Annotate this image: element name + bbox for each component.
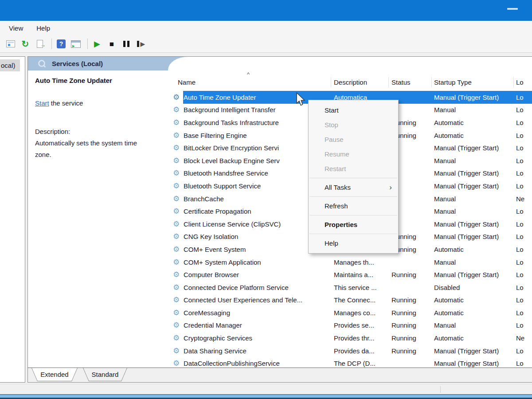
startup-type-cell: Manual <box>432 154 514 167</box>
menu-help[interactable]: Help <box>36 24 50 32</box>
log-on-as-cell: Lo <box>514 129 532 142</box>
column-header-description[interactable]: Description <box>331 77 389 88</box>
service-gear-icon: ⚙ <box>168 205 183 218</box>
log-on-as-cell: Ne <box>514 332 532 344</box>
context-menu-item-restart: Restart <box>309 161 398 176</box>
log-on-as-cell: Ne <box>514 192 532 205</box>
table-row[interactable]: ⚙Credential ManagerProvides se...Running… <box>168 319 532 332</box>
column-header-log-on-as[interactable]: Lo <box>514 77 532 88</box>
start-service-icon[interactable]: ▶ <box>91 38 103 50</box>
service-gear-icon: ⚙ <box>168 91 183 104</box>
service-action: Start the service <box>35 99 168 107</box>
startup-type-cell: Manual (Trigger Start) <box>432 180 514 192</box>
tree-item-services-local[interactable]: ocal) <box>0 59 20 71</box>
help-icon[interactable]: ? <box>55 38 67 50</box>
service-gear-icon: ⚙ <box>168 180 183 192</box>
toolbar-separator <box>51 39 52 49</box>
log-on-as-cell: Lo <box>514 218 532 231</box>
table-row[interactable]: ⚙Connected User Experiences and Tele...T… <box>168 294 532 307</box>
log-on-as-cell: Lo <box>514 180 532 192</box>
restart-service-icon[interactable]: ▶ <box>135 38 147 50</box>
context-menu-item-pause: Pause <box>309 132 398 147</box>
console-window-icon[interactable] <box>4 38 17 50</box>
refresh-icon[interactable]: ↻ <box>19 38 31 50</box>
table-row[interactable]: ⚙Cryptographic ServicesProvides thr...Ru… <box>168 332 532 344</box>
log-on-as-cell: Lo <box>514 319 532 332</box>
description-cell: Maintains a... <box>331 268 389 281</box>
description-cell: Provides se... <box>331 319 389 332</box>
service-gear-icon: ⚙ <box>168 281 183 294</box>
context-menu-item-start[interactable]: Start <box>309 103 398 117</box>
startup-type-cell: Disabled <box>432 281 514 294</box>
properties-window-icon[interactable] <box>70 38 82 50</box>
log-on-as-cell: Lo <box>514 344 532 357</box>
workspace: ocal) Services (Local) Auto Time Zone Up… <box>0 53 532 384</box>
log-on-as-cell: Lo <box>514 294 532 307</box>
service-name-cell: Connected User Experiences and Tele... <box>183 294 331 307</box>
startup-type-cell: Manual (Trigger Start) <box>432 344 514 357</box>
column-header-status[interactable]: Status <box>389 77 432 88</box>
service-gear-icon: ⚙ <box>168 154 183 167</box>
table-row[interactable]: ⚙Connected Device Platform ServiceThis s… <box>168 281 532 294</box>
log-on-as-cell: Lo <box>514 154 532 167</box>
submenu-arrow-icon: › <box>389 180 392 195</box>
startup-type-cell: Automatic <box>432 243 514 256</box>
startup-type-cell: Manual (Trigger Start) <box>432 218 514 231</box>
export-list-icon[interactable] <box>34 38 46 50</box>
tab-extended[interactable]: Extended <box>31 368 78 381</box>
table-row[interactable]: ⚙Data Sharing ServiceProvides da...Runni… <box>168 344 532 357</box>
minimize-button[interactable] <box>507 8 518 10</box>
context-menu-item-all-tasks[interactable]: All Tasks› <box>309 180 398 195</box>
service-gear-icon: ⚙ <box>168 141 183 154</box>
context-menu-item-resume: Resume <box>309 147 398 161</box>
service-gear-icon: ⚙ <box>168 256 183 269</box>
menu-bar: View Help <box>0 21 532 35</box>
startup-type-cell: Manual <box>432 104 514 117</box>
service-name-cell: Computer Browser <box>183 268 331 281</box>
service-gear-icon: ⚙ <box>168 319 183 332</box>
column-header-name[interactable]: Name <box>168 77 331 88</box>
table-row[interactable]: ⚙Computer BrowserMaintains a...RunningMa… <box>168 268 532 281</box>
description-pane: Auto Time Zone Updater Start the service… <box>28 70 168 368</box>
log-on-as-cell: Lo <box>514 205 532 218</box>
tab-standard[interactable]: Standard <box>83 368 127 381</box>
service-gear-icon: ⚙ <box>168 104 183 117</box>
bottom-edge <box>0 394 532 399</box>
start-service-link[interactable]: Start <box>35 99 49 107</box>
description-cell: Provides da... <box>331 344 389 357</box>
context-menu-item-properties[interactable]: Properties <box>309 217 398 232</box>
service-action-suffix: the service <box>49 99 83 107</box>
menu-view[interactable]: View <box>9 24 23 32</box>
pause-service-icon[interactable] <box>120 38 133 50</box>
services-console-window: View Help ↻ ? ▶ ■ ▶ ocal) Services (Loca… <box>0 0 532 399</box>
startup-type-cell: Manual <box>432 205 514 218</box>
status-cell: Running <box>389 268 432 281</box>
startup-type-cell: Automatic <box>432 129 514 142</box>
stop-service-icon[interactable]: ■ <box>106 38 118 50</box>
description-cell: The Connec... <box>331 294 389 307</box>
status-cell <box>389 281 432 294</box>
service-gear-icon: ⚙ <box>168 218 183 231</box>
startup-type-cell: Manual <box>432 256 514 269</box>
mouse-cursor <box>295 92 306 108</box>
service-gear-icon: ⚙ <box>168 192 183 205</box>
table-row[interactable]: ⚙CoreMessagingManages co...RunningAutoma… <box>168 306 532 319</box>
context-menu: StartStopPauseResumeRestartAll Tasks›Ref… <box>308 100 399 254</box>
title-bar[interactable] <box>0 0 532 21</box>
column-header-startup-type[interactable]: Startup Type <box>432 77 514 88</box>
service-gear-icon: ⚙ <box>168 243 183 256</box>
log-on-as-cell: Lo <box>514 104 532 117</box>
context-menu-item-refresh[interactable]: Refresh <box>309 199 398 213</box>
status-cell: Running <box>389 344 432 357</box>
toolbar: ↻ ? ▶ ■ ▶ <box>0 35 532 53</box>
status-bar <box>0 384 532 394</box>
table-header: ^ Name Description Status Startup Type L… <box>168 74 532 91</box>
context-menu-item-stop: Stop <box>309 117 398 132</box>
table-row[interactable]: ⚙COM+ System ApplicationManages th...Man… <box>168 256 532 269</box>
selected-service-name: Auto Time Zone Updater <box>35 77 168 84</box>
service-gear-icon: ⚙ <box>168 167 183 180</box>
service-gear-icon: ⚙ <box>168 344 183 357</box>
services-pane: Services (Local) Auto Time Zone Updater … <box>27 56 532 383</box>
log-on-as-cell: Lo <box>514 91 532 104</box>
context-menu-item-help[interactable]: Help <box>309 236 398 250</box>
